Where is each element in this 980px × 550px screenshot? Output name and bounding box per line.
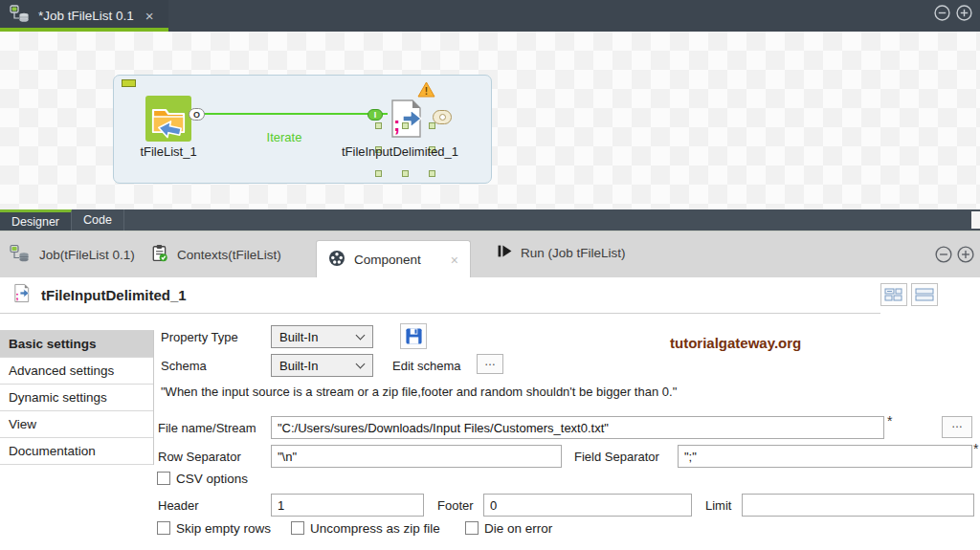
file-name-label: File name/Stream: [158, 421, 256, 435]
property-type-select[interactable]: Built-In: [271, 325, 373, 348]
maximize-view-icon[interactable]: [957, 246, 974, 267]
tab-contexts[interactable]: Contexts(tFileList): [151, 244, 281, 265]
tab-run[interactable]: Run (Job tFileList): [498, 244, 626, 261]
file-name-required-mark: *: [887, 413, 892, 429]
job-tab-title: *Job tFileList 0.1: [38, 9, 134, 23]
schema-value: Built-In: [279, 359, 318, 373]
stream-warning-text: "When the input source is a stream or a …: [161, 385, 677, 399]
row-separator-label: Row Separator: [158, 450, 241, 464]
iterate-connection-label[interactable]: Iterate: [236, 130, 332, 144]
edit-schema-label: Edit schema: [392, 359, 461, 373]
component-header: ; tFileInputDelimited_1: [0, 277, 880, 314]
schema-label: Schema: [161, 359, 207, 373]
sidebar-item-view[interactable]: View: [0, 411, 153, 438]
save-icon: [405, 327, 423, 345]
footer-label: Footer: [437, 498, 474, 513]
selection-handle[interactable]: [402, 122, 409, 129]
settings-sidebar: Basic settings Advanced settings Dynamic…: [0, 330, 154, 465]
tfileinputdelimited-node-label[interactable]: tFileInputDelimited_1: [323, 144, 477, 159]
component-body: Basic settings Advanced settings Dynamic…: [0, 314, 980, 550]
talend-studio-window: *Job tFileList 0.1 × Iterate tFil: [0, 0, 980, 550]
row-separator-input[interactable]: [271, 445, 562, 468]
svg-text:!: !: [425, 86, 428, 97]
contexts-icon: [151, 244, 168, 265]
tfilelist-node-label[interactable]: tFileList_1: [124, 144, 212, 159]
selection-handle[interactable]: [429, 170, 435, 177]
footer-input[interactable]: [483, 494, 692, 517]
limit-label: Limit: [705, 498, 731, 513]
panel-tab-bar: Job(tFileList 0.1) Contexts(tFileList): [0, 231, 980, 277]
header-label: Header: [158, 498, 199, 513]
close-job-tab-icon[interactable]: ×: [145, 8, 154, 24]
file-name-input[interactable]: [271, 416, 884, 439]
uncompress-label: Uncompress as zip file: [310, 521, 440, 536]
svg-text:;: ;: [15, 290, 19, 301]
sidebar-item-basic-settings[interactable]: Basic settings: [0, 331, 153, 358]
header-input[interactable]: [271, 494, 424, 517]
selection-handle[interactable]: [429, 122, 435, 129]
job-icon: [10, 244, 31, 266]
field-separator-required-mark: *: [973, 441, 978, 456]
tab-component[interactable]: Component ×: [316, 240, 471, 278]
component-title: tFileInputDelimited_1: [41, 287, 187, 303]
svg-text:;: ;: [393, 112, 400, 136]
sidebar-item-documentation[interactable]: Documentation: [0, 438, 153, 465]
sidebar-item-advanced-settings[interactable]: Advanced settings: [0, 358, 153, 385]
property-type-label: Property Type: [161, 330, 238, 344]
property-type-value: Built-In: [279, 330, 318, 344]
minimize-view-icon[interactable]: [935, 246, 952, 267]
close-component-tab-icon[interactable]: ×: [451, 253, 458, 268]
tfilelist-node[interactable]: [145, 96, 191, 145]
watermark-text: tutorialgateway.org: [670, 335, 861, 351]
iterate-connection-line[interactable]: [204, 113, 388, 115]
scrollbar-corner: [971, 211, 980, 229]
design-canvas[interactable]: Iterate tFileList_1 O I ;: [0, 32, 980, 209]
maximize-panel-icon[interactable]: [956, 5, 972, 25]
job-tab-bar: *Job tFileList 0.1 ×: [0, 0, 980, 32]
warning-icon: !: [417, 81, 435, 101]
field-separator-label: Field Separator: [574, 450, 659, 464]
tab-component-label: Component: [354, 253, 421, 267]
selection-handle[interactable]: [402, 170, 409, 177]
tab-job-label: Job(tFileList 0.1): [39, 248, 135, 262]
basic-settings-form: Property Type Built-In Schema Bu: [153, 314, 980, 550]
selection-handle[interactable]: [375, 170, 382, 177]
chevron-down-icon: [356, 330, 366, 340]
tfilelist-output-port[interactable]: O: [189, 108, 205, 121]
csv-options-checkbox[interactable]: [157, 472, 170, 485]
tfileinputdelimited-node[interactable]: ;: [385, 98, 427, 143]
run-icon: [498, 244, 512, 261]
sidebar-item-dynamic-settings[interactable]: Dynamic settings: [0, 385, 153, 411]
limit-input[interactable]: [742, 494, 974, 517]
subjob-collapse-toggle[interactable]: [122, 79, 136, 87]
field-separator-input[interactable]: [678, 445, 972, 468]
die-on-error-label: Die on error: [484, 521, 552, 536]
tab-run-label: Run (Job tFileList): [521, 246, 626, 260]
tab-job[interactable]: Job(tFileList 0.1): [10, 244, 135, 266]
tfileinputdelimited-icon: ;: [11, 283, 32, 307]
tfileinput-output-port[interactable]: [433, 110, 452, 124]
edit-schema-browse-button[interactable]: …: [477, 354, 503, 374]
skip-empty-rows-label: Skip empty rows: [176, 521, 271, 536]
selection-handle[interactable]: [375, 122, 382, 129]
tfileinput-input-port[interactable]: I: [368, 109, 383, 121]
skip-empty-rows-checkbox[interactable]: [157, 521, 170, 535]
file-browse-button[interactable]: …: [942, 416, 972, 438]
tab-code[interactable]: Code: [72, 209, 124, 231]
schema-select[interactable]: Built-In: [271, 354, 373, 377]
tab-designer[interactable]: Designer: [0, 209, 72, 231]
tab-contexts-label: Contexts(tFileList): [177, 248, 281, 262]
component-panel: ; tFileInputDelimited_1: [0, 277, 980, 550]
uncompress-checkbox[interactable]: [291, 521, 304, 535]
component-icon: [328, 250, 345, 270]
job-icon: [10, 5, 31, 27]
save-property-button[interactable]: [400, 323, 427, 349]
designer-code-bar: Designer Code: [0, 209, 980, 231]
minimize-panel-icon[interactable]: [934, 5, 950, 25]
grid-layout-button[interactable]: [880, 283, 907, 306]
chevron-down-icon: [356, 359, 366, 368]
die-on-error-checkbox[interactable]: [465, 521, 479, 535]
rows-layout-button[interactable]: [911, 283, 938, 306]
csv-options-label: CSV options: [176, 472, 248, 486]
